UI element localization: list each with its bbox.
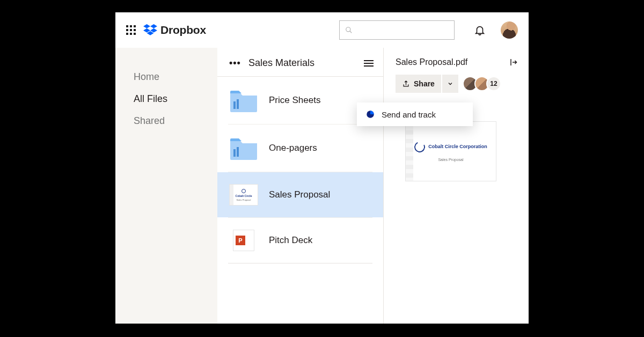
folder-icon: [229, 136, 258, 160]
user-avatar[interactable]: [501, 21, 518, 39]
menu-item-label: Send and track: [382, 110, 436, 119]
collapse-panel-icon[interactable]: [509, 57, 519, 67]
sidebar-item-shared[interactable]: Shared: [134, 110, 217, 132]
details-filename: Sales Proposal.pdf: [396, 57, 467, 67]
search-icon: [345, 26, 353, 34]
document-thumbnail-icon: Cobalt Circle Sales Proposal: [229, 184, 258, 206]
send-track-icon: [365, 109, 375, 119]
app-window: Dropbox Home All Files Shared ••• Sales …: [115, 12, 529, 324]
item-label: One-pagers: [269, 143, 317, 153]
svg-line-1: [350, 31, 352, 33]
preview-company-name: Cobalt Circle Corporation: [428, 144, 487, 150]
list-view-icon[interactable]: [364, 58, 374, 68]
share-dropdown-button[interactable]: [442, 75, 458, 93]
apps-grid-icon[interactable]: [126, 25, 136, 35]
folder-header: ••• Sales Materials: [217, 48, 383, 77]
file-list-panel: ••• Sales Materials Price Sheets One-pag…: [217, 48, 384, 324]
folder-title: Sales Materials: [248, 57, 364, 69]
svg-point-0: [346, 27, 350, 32]
header: Dropbox: [115, 12, 529, 48]
preview-subtitle: Sales Proposal: [438, 158, 463, 162]
body: Home All Files Shared ••• Sales Material…: [115, 48, 529, 324]
sidebar-item-all-files[interactable]: All Files: [134, 88, 217, 110]
brand-name: Dropbox: [160, 24, 206, 36]
svg-rect-3: [237, 99, 239, 109]
share-icon: [402, 80, 410, 88]
file-preview-thumbnail[interactable]: Cobalt Circle Corporation Sales Proposal: [405, 121, 496, 181]
collaborator-count-badge: 12: [486, 76, 501, 91]
list-item[interactable]: Pitch Deck: [217, 218, 383, 263]
more-icon[interactable]: •••: [229, 57, 241, 69]
svg-rect-4: [233, 149, 236, 157]
brand-logo[interactable]: Dropbox: [143, 24, 206, 36]
notifications-icon[interactable]: [474, 24, 486, 36]
svg-rect-5: [237, 147, 239, 157]
share-label: Share: [414, 79, 435, 88]
chevron-down-icon: [447, 80, 453, 87]
item-label: Pitch Deck: [269, 235, 312, 246]
powerpoint-icon: [233, 230, 254, 251]
share-row: Share 12: [396, 75, 519, 93]
share-button[interactable]: Share: [396, 75, 441, 93]
item-label: Price Sheets: [269, 95, 320, 106]
dropbox-icon: [143, 24, 157, 36]
collaborator-avatars[interactable]: 12: [463, 76, 501, 91]
company-logo-icon: [413, 140, 427, 154]
list-item[interactable]: Cobalt Circle Sales Proposal Sales Propo…: [217, 172, 383, 217]
svg-rect-2: [233, 101, 236, 109]
sidebar-item-home[interactable]: Home: [134, 66, 217, 88]
search-input[interactable]: [339, 20, 455, 40]
sidebar: Home All Files Shared: [115, 48, 217, 324]
details-panel: Sales Proposal.pdf Share 12: [384, 48, 529, 324]
item-label: Sales Proposal: [269, 189, 330, 200]
list-item[interactable]: One-pagers: [217, 124, 383, 172]
folder-icon: [229, 89, 258, 112]
send-and-track-menu-item[interactable]: Send and track: [357, 102, 473, 126]
